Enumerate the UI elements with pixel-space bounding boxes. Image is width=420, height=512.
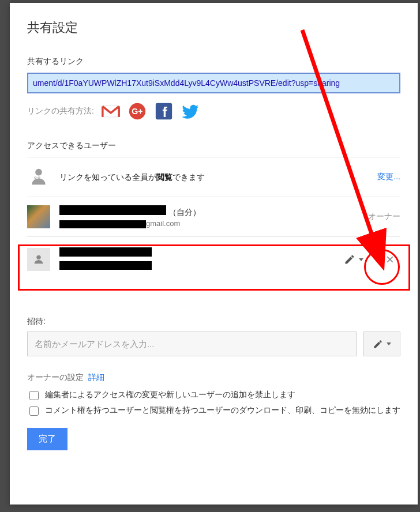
access-row-public-text: リンクを知っている全員が閲覧できます [59,172,368,183]
checkbox-prevent-editor-changes[interactable] [29,391,39,400]
owner-settings-prefix: オーナーの設定 [27,372,84,382]
invite-block: 招待: オーナーの設定 詳細 編集者によるアクセス権の変更や新しいユーザーの追加… [27,317,400,450]
share-settings-dialog: 共有設定 共有するリンク リンクの共有方法: G+ f アクセスできるユーザー … [10,3,418,505]
share-link-input[interactable] [27,73,400,93]
invite-input[interactable] [27,332,357,356]
owner-self-suffix: （自分） [168,208,201,217]
owner-email-redacted [59,220,146,228]
checkbox1-label: 編集者によるアクセス権の変更や新しいユーザーの追加を禁止します [45,389,295,401]
change-link[interactable]: 変更... [377,172,400,182]
link-public-icon [27,165,50,189]
collaborator-permission-dropdown[interactable] [344,254,363,265]
dialog-title: 共有設定 [27,19,400,36]
gmail-icon[interactable] [101,101,121,121]
checkbox2-label: コメント権を持つユーザーと閲覧権を持つユーザーのダウンロード、印刷、コピーを無効… [45,404,400,416]
owner-name-redacted [59,205,166,215]
done-button[interactable]: 完了 [27,428,68,450]
owner-role-label: オーナー [368,212,400,222]
chevron-down-icon [387,342,391,345]
owner-email-line: gmail.com [59,219,359,228]
google-plus-icon[interactable]: G+ [127,101,147,121]
checkbox-disable-download[interactable] [29,406,39,416]
owner-name-line: （自分） [59,205,359,218]
owner-avatar [27,205,50,228]
access-row-collaborator [27,236,400,282]
link-section-label: 共有するリンク [27,57,400,67]
collaborator-avatar [27,248,50,271]
checkbox-row-1[interactable]: 編集者によるアクセス権の変更や新しいユーザーの追加を禁止します [27,389,400,402]
access-list: リンクを知っている全員が閲覧できます 変更... （自分） gmail.com … [27,157,400,282]
public-bold: 閲覧 [156,172,172,182]
pencil-icon [344,254,355,265]
access-row-owner: （自分） gmail.com オーナー [27,197,400,236]
remove-collaborator-button[interactable] [380,249,400,270]
owner-settings-line: オーナーの設定 詳細 [27,372,400,383]
checkbox-row-2[interactable]: コメント権を持つユーザーと閲覧権を持つユーザーのダウンロード、印刷、コピーを無効… [27,404,400,417]
twitter-icon[interactable] [181,101,200,121]
collab-name-line [59,247,335,258]
facebook-icon[interactable]: f [154,101,174,121]
svg-text:f: f [162,104,167,120]
svg-point-5 [35,169,42,176]
owner-settings-details-link[interactable]: 詳細 [88,372,104,382]
close-icon [385,254,395,265]
pencil-icon [373,339,383,349]
public-suffix: できます [172,172,205,182]
svg-text:G+: G+ [132,107,142,116]
chevron-down-icon [359,258,363,261]
share-via-label: リンクの共有方法: [27,106,94,116]
owner-email-suffix: gmail.com [146,219,180,228]
public-prefix: リンクを知っている全員が [59,172,156,182]
collab-name-redacted [59,247,152,257]
access-row-public: リンクを知っている全員が閲覧できます 変更... [27,157,400,197]
access-section-label: アクセスできるユーザー [27,141,400,151]
invite-label: 招待: [27,317,400,327]
invite-permission-dropdown[interactable] [363,332,400,356]
share-via-row: リンクの共有方法: G+ f [27,101,400,121]
svg-point-6 [36,255,40,259]
collab-email-redacted [59,261,152,270]
